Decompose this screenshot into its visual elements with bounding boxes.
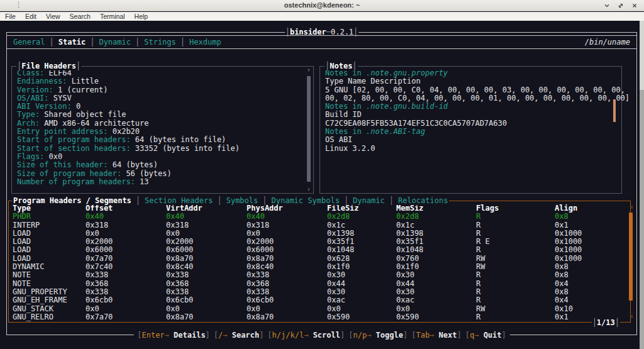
file-header-entry: Version: 1 (current) [17, 86, 313, 94]
table-row[interactable]: NOTE0x3380x3380x3380x300x30R0x8 [13, 271, 630, 279]
table-row[interactable]: NOTE0x3680x3680x3680x440x44R0x4 [13, 280, 630, 288]
entry-key: ABI Version: [17, 102, 72, 111]
cell: RW [476, 263, 555, 271]
entry-value: 33352 (bytes into file) [131, 144, 240, 153]
cell: 0x338 [247, 288, 327, 296]
menu-item-edit[interactable]: Edit [25, 13, 36, 20]
cell: 0x1c [327, 221, 396, 230]
table-row[interactable]: LOAD0x20000x20000x20000x35f10x35f1R E0x1… [13, 238, 630, 246]
segments-tab-program-headers-segments[interactable]: Program Headers / Segments [13, 196, 131, 205]
segments-tab-symbols[interactable]: Symbols [226, 196, 258, 205]
entry-key: Type: [17, 110, 40, 119]
tab-dynamic[interactable]: Dynamic [99, 38, 131, 47]
menu-item-file[interactable]: File [5, 13, 16, 20]
cell: 0x1 [555, 221, 630, 230]
tab-separator: │ [50, 38, 54, 47]
menu-item-search[interactable]: Search [70, 13, 91, 20]
segments-tab-relocations[interactable]: Relocations [398, 196, 448, 205]
note-section-heading: Notes in .note.ABI-tag [325, 128, 621, 136]
tab-strings[interactable]: Strings [144, 38, 176, 47]
cell: 0x1000 [555, 246, 630, 254]
binary-path: /bin/uname [585, 38, 630, 47]
cell: INTERP [13, 221, 86, 230]
scrollbar-thumb[interactable] [307, 76, 311, 182]
cell: 0x8 [555, 213, 630, 221]
segments-scrollbar-thumb[interactable] [629, 213, 633, 301]
table-row[interactable]: LOAD0x7a700x8a700x8a700x6280x760RW0x1000 [13, 255, 630, 263]
table-row[interactable]: INTERP0x3180x3180x3180x1c0x1cR0x1 [13, 221, 630, 230]
cell: LOAD [13, 230, 86, 238]
file-header-entry: Type: Shared object file [17, 111, 313, 119]
table-row[interactable]: LOAD0x00x00x00x13980x1398R0x1000 [13, 230, 630, 238]
arrow-icon: → [304, 331, 313, 340]
scroll-up-icon[interactable]: ↑ [306, 68, 311, 73]
window-titlebar: ⋮ ostechnix@kdeneon: ~ [0, 0, 644, 11]
table-row[interactable]: GNU_RELRO0x7a700x8a700x8a700x5900x590R0x… [13, 313, 630, 321]
terminal-scrollbar[interactable] [640, 21, 644, 349]
keybind-label: Scroll [313, 331, 340, 340]
file-header-entry: Arch: AMD x86-64 architecture [17, 119, 313, 128]
scroll-down-icon[interactable]: ↓ [306, 187, 311, 192]
minimize-icon[interactable] [603, 2, 610, 9]
note-section-heading: Notes in .note.gnu.build-id [325, 102, 621, 111]
scroll-up-icon[interactable]: ↑ [630, 205, 633, 210]
arrow-icon: → [367, 331, 375, 340]
entry-value: 13 [135, 177, 149, 186]
file-header-entry: Entry point address: 0x2b20 [17, 128, 313, 136]
cell: 0x590 [396, 313, 476, 321]
tab-general[interactable]: General [13, 38, 45, 47]
cell: GNU_RELRO [13, 313, 86, 321]
entry-key: Flags: [17, 152, 44, 161]
keybind-key: q [470, 331, 474, 340]
cell: 0x6cb0 [86, 296, 166, 304]
column-header-align: Align [555, 204, 630, 213]
cell: R [476, 313, 555, 321]
file-header-entry: Start of section headers: 33352 (bytes i… [17, 145, 313, 153]
cell: 0x2000 [86, 238, 166, 246]
file-header-entry: Endianness: Little [17, 77, 313, 86]
notes-scrollbar-thumb[interactable] [613, 99, 616, 122]
entry-value: AMD x86-64 architecture [40, 119, 148, 128]
cell: 0x6000 [166, 246, 247, 254]
menu-item-view[interactable]: View [46, 13, 60, 20]
tab-separator: │ [344, 196, 348, 205]
entry-key: Start of program headers: [17, 135, 131, 144]
segments-tab-dynamic-symbols[interactable]: Dynamic Symbols [272, 196, 340, 205]
cell: 0x1398 [327, 230, 396, 238]
file-headers-scrollbar[interactable]: ↑ ↓ [306, 68, 311, 192]
cell: LOAD [13, 238, 86, 246]
cell: 0x590 [327, 313, 396, 321]
file-header-entry: ABI Version: 0 [17, 102, 313, 111]
cell: 0x628 [327, 255, 396, 263]
segments-tab-dynamic[interactable]: Dynamic [353, 196, 385, 205]
scroll-down-icon[interactable]: ↓ [630, 314, 633, 319]
cell: 0x44 [396, 280, 476, 288]
menu-item-help[interactable]: Help [135, 13, 148, 20]
tab-separator: │ [180, 38, 185, 47]
entry-key: Size of program header: [17, 169, 121, 178]
cell: 0x8a70 [247, 313, 327, 321]
cell: 0x2000 [247, 238, 327, 246]
table-row[interactable]: DYNAMIC0x7c400x8c400x8c400x1f00x1f0RW0x8 [13, 263, 630, 271]
note-prefix: Notes in [325, 102, 366, 111]
cell: 0x7c40 [86, 263, 166, 271]
close-icon[interactable] [631, 2, 638, 9]
bracket: ] [340, 331, 345, 340]
page-indicator: │1/13│ [592, 318, 620, 327]
table-row[interactable]: GNU_STACK0x00x00x00x00x0RW0x10 [13, 305, 630, 313]
menu-item-terminal[interactable]: Terminal [100, 13, 125, 20]
terminal-scrollbar-thumb[interactable] [640, 21, 644, 90]
table-row[interactable]: GNU_PROPERTY0x3380x3380x3380x300x30R0x8 [13, 288, 630, 296]
maximize-icon[interactable] [617, 2, 624, 9]
table-row[interactable]: GNU_EH_FRAME0x6cb00x6cb00x6cb00xac0xacR0… [13, 296, 630, 304]
entry-key: Start of section headers: [17, 144, 131, 153]
segments-tab-section-headers[interactable]: Section Headers [145, 196, 213, 205]
tab-hexdump[interactable]: Hexdump [189, 38, 221, 47]
tab-static[interactable]: Static [58, 38, 86, 47]
cell: 0x8a70 [247, 255, 327, 263]
cell: R [476, 213, 555, 221]
table-row[interactable]: LOAD0x60000x60000x60000x10480x1048R0x100… [13, 246, 630, 254]
column-header-flags: Flags [476, 204, 555, 213]
table-row[interactable]: PHDR0x400x400x400x2d80x2d8R0x8 [13, 213, 630, 221]
cell: 0x1398 [396, 230, 476, 238]
